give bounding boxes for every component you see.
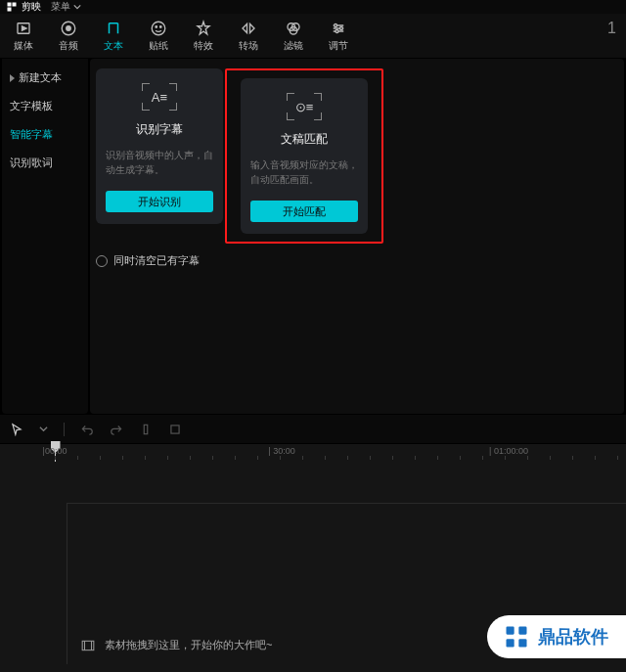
adjust-icon [330,20,347,37]
card-match: ⊙≡ 文稿匹配 输入音视频对应的文稿，自动匹配画面。 开始匹配 [241,78,368,234]
tool-adjust[interactable]: 调节 [325,20,352,53]
delete-icon[interactable] [168,423,182,436]
tool-audio[interactable]: 音频 [55,20,82,53]
tool-media[interactable]: 媒体 [10,20,37,53]
card-recognize-title: 识别字幕 [136,121,183,138]
svg-rect-18 [507,627,514,635]
media-icon [15,20,32,37]
ruler-label: |00:00 [43,446,67,456]
watermark-text: 鼎品软件 [538,625,608,649]
clear-subtitles-row[interactable]: 同时清空已有字幕 [96,253,618,268]
svg-rect-1 [13,3,17,7]
app-logo: 剪映 [6,0,41,14]
tool-filter[interactable]: 滤镜 [280,20,307,53]
card-recognize: A≡ 识别字幕 识别音视频中的人声，自动生成字幕。 开始识别 [96,68,223,224]
svg-rect-21 [518,639,526,647]
chevron-down-icon [73,3,81,11]
divider [64,423,65,436]
card-recognize-desc: 识别音视频中的人声，自动生成字幕。 [106,148,213,177]
card-match-title: 文稿匹配 [281,131,328,148]
undo-icon[interactable] [80,423,94,436]
recognize-icon: A≡ [140,82,179,112]
svg-point-14 [335,30,338,33]
timeline[interactable]: |00:00| 30:00| 01:00:00 素材拖拽到这里，开始你的大作吧~… [0,443,626,672]
svg-point-8 [160,26,162,28]
sidebar-item-smartsub[interactable]: 智能字幕 [10,125,80,144]
recognize-button[interactable]: 开始识别 [106,191,213,212]
redo-icon[interactable] [110,423,123,436]
titlebar: 剪映 菜单 [0,0,626,14]
app-name: 剪映 [22,0,41,14]
svg-rect-2 [8,8,12,12]
svg-rect-19 [518,627,526,635]
svg-rect-15 [144,425,148,433]
cursor-icon[interactable] [10,423,23,436]
highlight-frame: ⊙≡ 文稿匹配 输入音视频对应的文稿，自动匹配画面。 开始匹配 [225,68,383,244]
svg-rect-20 [507,639,514,647]
sidebar-item-template[interactable]: 文字模板 [10,97,80,115]
menu-dropdown[interactable]: 菜单 [51,0,81,14]
svg-point-13 [340,27,343,30]
svg-point-5 [67,26,71,31]
card-match-desc: 输入音视频对应的文稿，自动匹配画面。 [250,157,358,187]
cards-row: A≡ 识别字幕 识别音视频中的人声，自动生成字幕。 开始识别 ⊙≡ [96,68,618,244]
svg-point-7 [156,26,157,28]
match-button[interactable]: 开始匹配 [250,201,358,222]
checkbox-label: 同时清空已有字幕 [113,253,200,268]
panel-area: A≡ 识别字幕 识别音视频中的人声，自动生成字幕。 开始识别 ⊙≡ [90,59,624,414]
tool-effects[interactable]: 特效 [190,20,217,53]
cursor-dropdown-icon[interactable] [39,425,48,433]
transition-icon [240,20,257,37]
filter-icon [285,20,302,37]
tool-sticker[interactable]: 贴纸 [145,20,172,53]
page-indicator: 1 [607,20,616,37]
svg-rect-0 [8,3,12,7]
drop-hint: 素材拖拽到这里，开始你的大作吧~ [81,638,272,652]
audio-icon [60,20,77,37]
tool-transition[interactable]: 转场 [235,20,262,53]
svg-point-6 [152,22,165,35]
watermark-logo-icon [503,623,530,650]
content-area: 新建文本 文字模板 智能字幕 识别歌词 A≡ 识别字幕 识别音视频中的人声，自动… [0,59,626,414]
ruler-label: | 01:00:00 [489,446,528,456]
sidebar: 新建文本 文字模板 智能字幕 识别歌词 [2,59,88,414]
sticker-icon [150,20,167,37]
clip-icon [81,640,95,651]
svg-rect-16 [171,425,179,432]
split-icon[interactable] [139,423,153,436]
timeline-toolbar [0,414,626,443]
timeline-ruler[interactable]: |00:00| 30:00| 01:00:00 [0,444,626,460]
menu-label: 菜单 [51,0,70,14]
checkbox-icon[interactable] [96,255,108,267]
sidebar-item-newtext[interactable]: 新建文本 [10,68,80,87]
main-toolbar: 媒体 音频 文本 贴纸 特效 转场 滤镜 调节 1 [0,14,626,59]
sidebar-item-lyrics[interactable]: 识别歌词 [10,154,80,172]
match-icon: ⊙≡ [285,92,324,121]
ruler-label: | 30:00 [268,446,294,456]
tool-text[interactable]: 文本 [100,20,127,53]
watermark-badge: 鼎品软件 [487,615,626,658]
effects-icon [195,20,212,37]
svg-point-12 [335,24,337,27]
text-icon [105,20,122,37]
svg-rect-17 [82,641,94,650]
